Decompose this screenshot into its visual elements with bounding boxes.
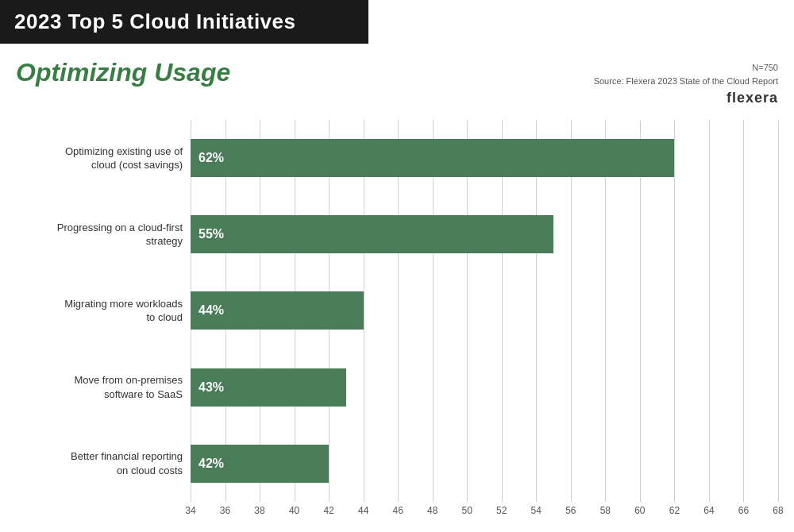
bar-label-text: Migrating more workloadsto cloud	[16, 297, 191, 325]
bar-label-text: Optimizing existing use ofcloud (cost sa…	[16, 145, 191, 172]
source-info: N=750 Source: Flexera 2023 State of the …	[594, 58, 778, 109]
bar: 55%	[191, 215, 553, 253]
bar-value-label: 62%	[198, 151, 224, 165]
chart-container: Optimizing existing use ofcloud (cost sa…	[16, 120, 778, 524]
bar-row: 42%	[191, 440, 778, 488]
x-tick-label: 58	[600, 505, 611, 516]
bar-row: 44%	[191, 287, 778, 334]
content-area: Optimizing Usage N=750 Source: Flexera 2…	[0, 44, 794, 532]
bars-area: 62%55%44%43%42%	[191, 120, 778, 502]
x-tick-label: 36	[220, 505, 230, 516]
page-wrapper: 2023 Top 5 Cloud Initiatives Optimizing …	[0, 0, 794, 532]
x-tick-label: 50	[462, 505, 472, 516]
x-tick-label: 38	[254, 505, 264, 516]
bar: 44%	[191, 291, 364, 330]
subtitle-row: Optimizing Usage N=750 Source: Flexera 2…	[16, 58, 778, 109]
bar-label-text: Move from on-premisessoftware to SaaS	[16, 373, 191, 401]
x-tick-label: 44	[358, 505, 368, 516]
bar-label-text: Progressing on a cloud-firststrategy	[16, 221, 191, 249]
bar-value-label: 44%	[198, 303, 224, 318]
bar-value-label: 43%	[198, 380, 224, 395]
x-tick-label: 52	[496, 505, 507, 516]
bar-value-label: 42%	[198, 457, 224, 471]
bar: 43%	[191, 368, 346, 407]
x-tick-label: 56	[565, 505, 576, 516]
grid-line	[778, 120, 779, 502]
chart-subtitle: Optimizing Usage	[16, 58, 230, 87]
x-axis: 343638404244464850525456586062646668	[191, 502, 778, 524]
x-tick-label: 64	[703, 505, 714, 516]
bar-row: 43%	[191, 364, 778, 411]
bar-value-label: 55%	[198, 227, 224, 241]
source-n: N=750	[594, 61, 778, 75]
header-bar: 2023 Top 5 Cloud Initiatives	[0, 0, 368, 44]
x-tick-label: 66	[738, 505, 749, 516]
x-tick-label: 68	[773, 505, 783, 516]
x-tick-label: 62	[669, 505, 680, 516]
chart-main: 62%55%44%43%42% 343638404244464850525456…	[191, 120, 778, 524]
x-tick-label: 40	[289, 505, 299, 516]
source-citation: Source: Flexera 2023 State of the Cloud …	[594, 75, 778, 88]
x-tick-label: 42	[323, 505, 333, 516]
chart-labels: Optimizing existing use ofcloud (cost sa…	[16, 120, 191, 524]
x-tick-label: 34	[185, 505, 195, 516]
bar-label-text: Better financial reportingon cloud costs	[16, 449, 191, 477]
flexera-brand: flexera	[594, 87, 778, 109]
bar: 62%	[191, 139, 674, 177]
x-tick-label: 60	[634, 505, 645, 516]
x-tick-label: 54	[531, 505, 542, 516]
page-title: 2023 Top 5 Cloud Initiatives	[14, 10, 354, 34]
x-tick-label: 48	[427, 505, 437, 516]
bar-row: 55%	[191, 210, 778, 258]
x-tick-label: 46	[392, 505, 403, 516]
bar-row: 62%	[191, 134, 778, 182]
bar: 42%	[191, 445, 329, 483]
